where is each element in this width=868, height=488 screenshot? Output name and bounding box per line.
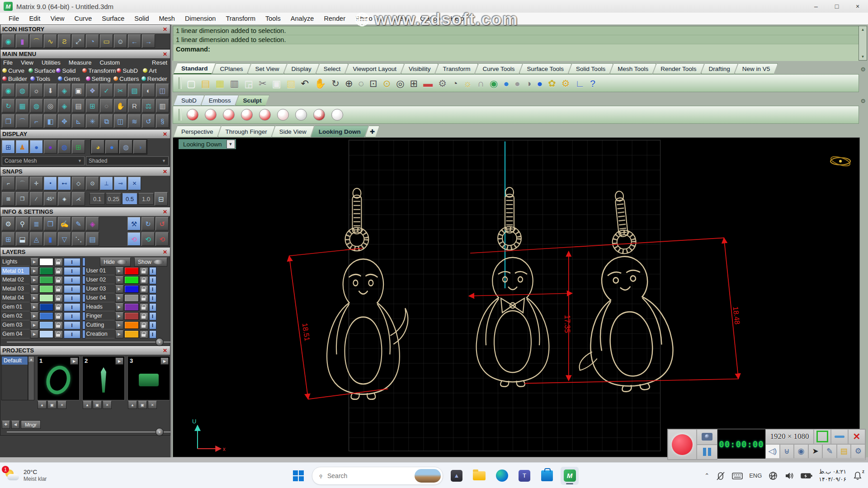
arch-down-icon[interactable]: ⬇ xyxy=(44,84,57,97)
thumb-delete-button[interactable]: ✕ xyxy=(57,401,66,409)
main-menu-item[interactable]: Utilities xyxy=(42,59,61,66)
gem-hand-icon[interactable]: ◈ xyxy=(58,84,71,97)
ring-display-icon[interactable]: ◌ xyxy=(100,99,113,113)
layer-row[interactable]: Metal 04 ▶ I xyxy=(1,294,85,302)
rotate-view-icon[interactable]: ↻ xyxy=(331,79,340,88)
layer-name[interactable]: Gem 04 xyxy=(1,330,29,338)
wire-shade-icon[interactable]: ◍ xyxy=(119,140,132,154)
settings-gears-icon[interactable]: ⚙ xyxy=(2,217,15,230)
layer-lock-icon[interactable] xyxy=(140,285,148,293)
thumb-up-button[interactable]: ▲ xyxy=(83,401,92,409)
recorder-minimize-button[interactable] xyxy=(831,429,848,444)
snap-increment-button[interactable]: 1.0 xyxy=(138,193,154,205)
edit-notes-icon[interactable]: ✎ xyxy=(72,217,85,230)
cut-icon[interactable]: ✂ xyxy=(259,79,267,88)
calc-icon[interactable]: ⊞ xyxy=(86,99,99,113)
layer-color-swatch[interactable] xyxy=(124,303,139,311)
layer-expand-button[interactable]: ▶ xyxy=(30,267,38,275)
toolbar-tab[interactable]: Transform xyxy=(435,63,478,74)
plugin-tab[interactable]: Sculpt xyxy=(236,95,269,106)
plugin-tab[interactable]: Emboss xyxy=(201,95,239,106)
layer-visibility-button[interactable]: I xyxy=(64,285,80,293)
layer-color-swatch[interactable] xyxy=(124,330,139,338)
sculpt-brush2-icon[interactable] xyxy=(223,109,235,121)
zoom-previous-icon[interactable]: ◎ xyxy=(396,79,404,88)
ring-finger-icon[interactable]: ◍ xyxy=(30,99,43,113)
category-item[interactable]: Tools xyxy=(30,75,57,82)
layer-visibility-button[interactable]: I xyxy=(64,321,80,329)
toolbar-grip[interactable] xyxy=(179,109,182,121)
loop-forward-icon[interactable]: ↻ xyxy=(142,217,155,230)
open-folder-icon[interactable]: ▤ xyxy=(201,79,210,88)
notification-bell-icon[interactable]: z xyxy=(853,471,863,481)
plugin-options-icon[interactable]: ⚙ xyxy=(859,96,867,106)
toolbar-tab[interactable]: Viewport Layout xyxy=(345,63,404,74)
snap-perp-icon[interactable]: ⊥ xyxy=(100,177,113,190)
doc-list-icon[interactable]: ▤ xyxy=(86,232,99,246)
history-icon[interactable]: ↺ xyxy=(142,114,155,128)
menu-item[interactable]: Tools xyxy=(260,15,286,22)
new-file-icon[interactable]: ▢ xyxy=(187,79,196,88)
viewport-title-dropdown[interactable]: Looking Down ▼ xyxy=(179,139,236,149)
layer-visibility-button[interactable]: I xyxy=(64,330,80,338)
sculpt-brush1-icon[interactable] xyxy=(205,109,217,121)
layer-lock-icon[interactable] xyxy=(140,276,148,284)
layer-lock-icon[interactable] xyxy=(54,294,63,302)
layer-name[interactable]: Gem 03 xyxy=(1,321,29,329)
snap-near-icon[interactable]: ⌒ xyxy=(16,177,29,190)
grid-snap-icon[interactable]: ⊞ xyxy=(2,192,15,206)
layer-name[interactable]: User 03 xyxy=(85,285,114,293)
toolbar-tab[interactable]: Visibility xyxy=(401,63,439,74)
layer-name[interactable]: Metal 02 xyxy=(1,276,29,284)
layer-row[interactable]: User 04 ▶ I xyxy=(85,294,170,302)
accessibility-globe-icon[interactable] xyxy=(768,471,778,481)
search-daily-image[interactable] xyxy=(415,469,441,483)
mesh-quality-dropdown[interactable]: Coarse Mesh▼ xyxy=(2,156,85,165)
panel-close-icon[interactable]: ✕ xyxy=(162,249,168,255)
snap-int-icon[interactable]: ✕ xyxy=(128,177,141,190)
matrix-home-icon[interactable]: ◉ xyxy=(2,84,15,97)
layer-expand-button[interactable]: ▶ xyxy=(30,294,38,302)
menu-item[interactable]: File xyxy=(4,15,24,22)
copy-icon[interactable]: ▣ xyxy=(272,79,281,88)
panel-close-icon[interactable]: ✕ xyxy=(162,347,168,354)
pliers-icon[interactable]: ✂ xyxy=(114,84,127,97)
layer-name[interactable]: Lights xyxy=(1,258,29,266)
chip-icon[interactable]: ▣ xyxy=(72,84,85,97)
toolbar-tab[interactable]: CPlanes xyxy=(212,63,251,74)
render-blue-icon[interactable]: ● xyxy=(503,79,509,88)
toolbar-tab[interactable]: Surface Tools xyxy=(519,63,572,74)
snap-circle-icon[interactable]: ⊙ xyxy=(86,177,99,190)
split-icon[interactable]: ◫ xyxy=(114,114,127,128)
multi-ring-icon[interactable]: ◎ xyxy=(44,99,57,113)
category-item[interactable]: Cutters xyxy=(113,75,141,82)
layer-expand-button[interactable]: ▶ xyxy=(30,285,38,293)
plugin-tab[interactable]: SubD xyxy=(174,95,204,106)
layer-row[interactable]: Gem 03 ▶ I xyxy=(1,321,85,329)
loop-record-icon[interactable]: ↺ xyxy=(156,217,169,230)
layer-lock-icon[interactable] xyxy=(140,312,148,320)
ray-shade-icon[interactable]: ◑ xyxy=(133,140,146,154)
category-item[interactable]: Render xyxy=(142,75,169,82)
cplane-axis-icon[interactable]: ∟ xyxy=(576,79,585,88)
toolbar-options-icon[interactable]: ⚙ xyxy=(859,64,867,74)
rotate-corner-icon[interactable]: ⊾ xyxy=(72,114,85,128)
layer-expand-button[interactable]: ▶ xyxy=(30,276,38,284)
layer-lock-icon[interactable] xyxy=(54,321,63,329)
layer-row[interactable]: Lights ▶ I xyxy=(1,258,85,266)
menu-item[interactable]: Transform xyxy=(221,15,260,22)
layer-color-swatch[interactable] xyxy=(124,267,139,275)
monitor-icon[interactable]: ⬓ xyxy=(16,232,29,246)
search-input[interactable] xyxy=(326,472,411,480)
main-menu-item[interactable]: Measure xyxy=(69,59,92,66)
recorder-settings-button[interactable]: ⚙ xyxy=(851,444,865,459)
gumball-red-icon[interactable]: ⟲ xyxy=(156,232,169,246)
layer-row[interactable]: User 01 ▶ I xyxy=(85,267,170,275)
category-item[interactable]: Transform xyxy=(82,67,116,74)
panel-close-icon[interactable]: ✕ xyxy=(162,26,168,33)
layer-color-swatch[interactable] xyxy=(39,285,53,293)
category-item[interactable]: Solid xyxy=(56,67,81,74)
layer-lock-icon[interactable] xyxy=(140,330,148,338)
layer-visibility-button[interactable]: I xyxy=(149,267,156,275)
panel-close-icon[interactable]: ✕ xyxy=(162,209,168,215)
